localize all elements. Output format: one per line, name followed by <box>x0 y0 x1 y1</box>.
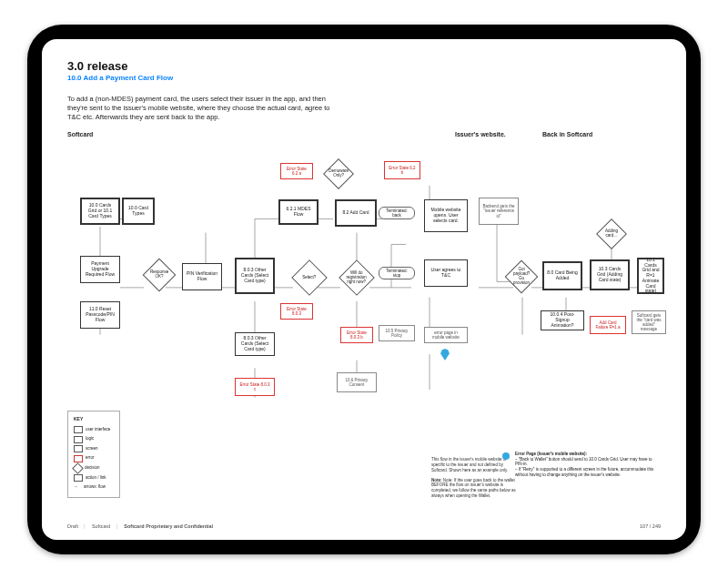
node-cards-grid-adding: 10.3 Cards Grid (Adding Card state) <box>590 259 630 290</box>
node-privacy-policy: 10.5 Privacy Policy <box>379 325 415 341</box>
node-terminated-back: Terminated: back <box>379 207 415 219</box>
page-footer: Draft| Softcard| Softcard Proprietary an… <box>67 523 661 529</box>
node-card-being-added: 8.0 Card Being Added <box>542 261 582 290</box>
zone-back-heading: Back in Softcard <box>542 131 592 137</box>
node-issuer-error: error page in mobile website <box>424 327 468 343</box>
legend-key: KEY user interface logic screen error de… <box>67 411 120 498</box>
zone-softcard-heading: Softcard <box>67 131 431 137</box>
intro-paragraph: To add a (non-MDES) payment card, the us… <box>67 95 331 122</box>
node-add-card: 8.2 Add Card <box>335 199 377 227</box>
node-priv-consent: 10.6 Privacy Consent <box>337 372 377 392</box>
node-error-803c: Error State 8.0.3 c <box>235 378 275 396</box>
page-title: 3.0 release <box>67 59 661 73</box>
drop-icon <box>440 349 450 361</box>
node-pin-verification: PIN Verification Flow <box>182 263 222 290</box>
node-error-62: Error State 6.2 a <box>280 163 313 179</box>
node-post-signup: 10.0.4 Post-Signup Animation? <box>541 310 584 330</box>
node-error-803: Error State 8.0.3 <box>280 303 313 320</box>
node-cards-grid: 10.0 Cards Grid or 10.1 Card Types <box>80 198 120 225</box>
node-terminated-stop: Terminated: stop <box>379 267 415 279</box>
page-number: 107 / 249 <box>640 523 661 529</box>
node-other-cards: 8.0.3 Other Cards (Select Card type) <box>235 258 275 294</box>
flowchart-canvas: 10.0 Cards Grid or 10.1 Card Types 10.0 … <box>67 150 661 503</box>
node-error-62b: Error State 6.2 b <box>384 161 420 179</box>
node-other-cards-b: 8.0.3 Other Cards (Select Card type) <box>235 332 275 356</box>
node-mdes-flow: 6.2.1 MDES Flow <box>278 199 318 225</box>
document-screen: 3.0 release 10.0 Add a Payment Card Flow… <box>42 39 686 540</box>
node-reset-pin: 11.0 Reset Passcode/PIN Flow <box>80 301 120 329</box>
node-error-803b: Error State 8.0.3 b <box>340 327 373 343</box>
node-issuer-tc: User agrees to T&C <box>424 259 468 287</box>
page-subtitle: 10.0 Add a Payment Card Flow <box>67 74 661 82</box>
annotation-bullet-icon <box>502 452 510 460</box>
node-backend-ref: Backend gets the "issuer reference id" <box>479 198 519 225</box>
node-issuer-site-select: Mobile website opens. User selects card. <box>424 199 468 232</box>
zone-issuers-heading: Issuer's website. <box>455 131 519 137</box>
node-softcard-done: Softcard gets the "card was added" messa… <box>632 310 666 334</box>
error-page-annotation: Error Page (Issuer's mobile website): – … <box>502 452 657 478</box>
node-final-grid: 10.1 Cards Grid and R=1 Animate Card sta… <box>637 258 664 294</box>
tablet-frame: 3.0 release 10.0 Add a Payment Card Flow… <box>27 25 701 554</box>
node-card-types: 10.0 Card Types <box>122 198 155 225</box>
node-payment-upgrade: Payment Upgrade Required Flow <box>80 256 120 283</box>
node-error-add-failure: Add Card Failure R=1 a <box>590 316 626 334</box>
